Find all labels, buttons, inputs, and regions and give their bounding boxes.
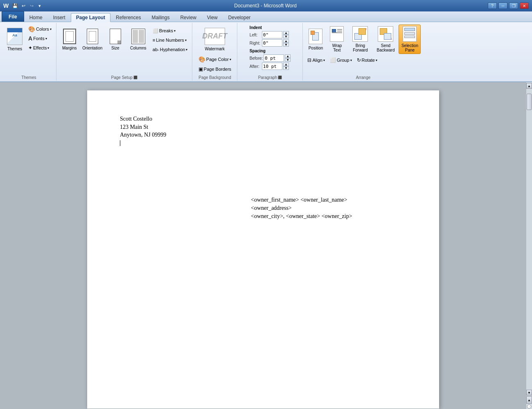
sender-city-state-zip: Anytown, NJ 09999 bbox=[120, 131, 406, 139]
tab-view[interactable]: View bbox=[202, 13, 223, 22]
page-borders-button[interactable]: ▣ Page Borders bbox=[196, 65, 233, 74]
title-bar-left: W 💾 ↩ ↪ ▾ bbox=[3, 2, 43, 9]
fonts-label: Fonts bbox=[33, 36, 45, 41]
close-button[interactable]: ✕ bbox=[520, 2, 529, 9]
effects-label: Effects bbox=[33, 45, 47, 50]
help-button[interactable]: ? bbox=[488, 2, 497, 9]
page-setup-expand-icon[interactable]: ⬛ bbox=[133, 76, 138, 79]
effects-button[interactable]: ✦ Effects ▾ bbox=[26, 43, 54, 52]
ribbon-group-page-setup: Margins Orientation Size Columns bbox=[56, 23, 193, 81]
align-icon: ⊟ bbox=[307, 57, 311, 63]
scroll-thumb[interactable] bbox=[527, 94, 532, 110]
breaks-button[interactable]: ⬜ Breaks ▾ bbox=[151, 26, 190, 35]
restore-button[interactable]: ❐ bbox=[509, 2, 518, 9]
redo-quickaccess[interactable]: ↪ bbox=[28, 2, 35, 9]
themes-icon: Aa bbox=[7, 28, 23, 45]
tab-mailings[interactable]: Mailings bbox=[146, 13, 175, 22]
size-icon bbox=[110, 29, 121, 44]
margins-button[interactable]: Margins bbox=[59, 25, 80, 54]
position-button[interactable]: Position bbox=[305, 25, 326, 54]
rotate-label: Rotate bbox=[362, 58, 375, 63]
align-button[interactable]: ⊟ Align ▾ bbox=[305, 56, 327, 65]
paragraph-expand-icon[interactable]: ⬛ bbox=[278, 76, 282, 79]
sel-pane-row2 bbox=[404, 36, 415, 38]
page-color-button[interactable]: 🎨 Page Color ▾ bbox=[196, 55, 233, 64]
selection-pane-icon bbox=[403, 26, 417, 42]
themes-icon-body: Aa bbox=[7, 32, 22, 45]
group-button[interactable]: ⬜ Group ▾ bbox=[328, 56, 354, 65]
indent-right-down[interactable]: ▼ bbox=[283, 43, 289, 47]
colors-label: Colors bbox=[36, 27, 49, 31]
bring-forward-label: Bring Forward bbox=[349, 43, 371, 52]
wrap-text-label: Wrap Text bbox=[328, 43, 346, 52]
sender-name: Scott Costello bbox=[120, 115, 406, 123]
spacing-before-down[interactable]: ▼ bbox=[285, 58, 291, 62]
page-background-content: DRAFT Watermark 🎨 Page Color ▾ ▣ Page Bo… bbox=[196, 24, 233, 74]
tab-references[interactable]: References bbox=[110, 13, 146, 22]
indent-left-input[interactable]: 0" bbox=[262, 31, 282, 38]
document-page[interactable]: Scott Costello 123 Main St Anytown, NJ 0… bbox=[87, 90, 439, 409]
hyphenation-button[interactable]: ab- Hyphenation ▾ bbox=[151, 45, 190, 54]
prev-page-button[interactable]: ▲ bbox=[526, 396, 532, 404]
arrange-group-label: Arrange bbox=[305, 74, 421, 80]
save-quickaccess[interactable]: 💾 bbox=[12, 2, 18, 9]
tab-file[interactable]: File bbox=[2, 11, 24, 22]
spacing-section: Spacing Before: 0 pt ▲ ▼ After: 10 pt ▲ … bbox=[250, 49, 291, 70]
wrap-line1 bbox=[337, 29, 342, 30]
sb-arrow: ↓ bbox=[390, 37, 392, 40]
sel-pane-title bbox=[404, 28, 415, 31]
fonts-icon: A bbox=[28, 35, 32, 42]
document-content[interactable]: Scott Costello 123 Main St Anytown, NJ 0… bbox=[120, 115, 406, 220]
spacing-after-down[interactable]: ▼ bbox=[283, 66, 289, 70]
scroll-up-button[interactable]: ▲ bbox=[526, 83, 532, 89]
tab-review[interactable]: Review bbox=[175, 13, 201, 22]
line-numbers-button[interactable]: ≡ Line Numbers ▾ bbox=[151, 36, 190, 45]
spacing-before-row: Before: 0 pt ▲ ▼ bbox=[250, 54, 291, 62]
undo-quickaccess[interactable]: ↩ bbox=[20, 2, 27, 9]
indent-right-row: Right: 0" ▲ ▼ bbox=[250, 39, 289, 47]
document-scroll-area[interactable]: Scott Costello 123 Main St Anytown, NJ 0… bbox=[0, 82, 526, 409]
themes-button[interactable]: Aa Themes bbox=[4, 25, 25, 54]
bring-forward-button[interactable]: ↑ Bring Forward bbox=[348, 25, 372, 54]
group-chevron: ▾ bbox=[350, 58, 352, 62]
spacing-after-input[interactable]: 10 pt bbox=[262, 63, 282, 70]
line-numbers-label: Line Numbers bbox=[156, 38, 184, 43]
selection-pane-button[interactable]: Selection Pane bbox=[399, 25, 421, 54]
tab-insert[interactable]: Insert bbox=[48, 13, 71, 22]
page-setup-small-buttons: ⬜ Breaks ▾ ≡ Line Numbers ▾ ab- Hyphenat… bbox=[151, 26, 190, 54]
watermark-button[interactable]: DRAFT Watermark bbox=[196, 25, 233, 54]
colors-button[interactable]: 🎨 Colors ▾ bbox=[26, 25, 54, 34]
effects-icon: ✦ bbox=[28, 45, 32, 51]
columns-button[interactable]: Columns bbox=[128, 25, 149, 54]
ribbon-group-paragraph: Indent Left: 0" ▲ ▼ Right: 0" ▲ ▼ bbox=[237, 23, 303, 81]
margins-inner bbox=[65, 31, 74, 42]
effects-chevron: ▾ bbox=[47, 46, 49, 50]
minimize-button[interactable]: ─ bbox=[498, 2, 507, 9]
spacing-before-up[interactable]: ▲ bbox=[285, 54, 291, 58]
spacing-before-input[interactable]: 0 pt bbox=[264, 54, 284, 62]
breaks-label: Breaks bbox=[159, 28, 173, 33]
size-button[interactable]: Size bbox=[105, 25, 126, 54]
bf-arrow: ↑ bbox=[365, 27, 367, 31]
indent-left-up[interactable]: ▲ bbox=[283, 31, 289, 35]
indent-left-down[interactable]: ▼ bbox=[283, 35, 289, 38]
customize-quickaccess[interactable]: ▾ bbox=[36, 2, 43, 9]
owner-block: <owner_first_name> <owner_last_name> <ow… bbox=[251, 196, 406, 220]
indent-right-input[interactable]: 0" bbox=[262, 39, 282, 47]
tab-developer[interactable]: Developer bbox=[223, 13, 256, 22]
send-backward-button[interactable]: ↓ Send Backward bbox=[373, 25, 398, 54]
scroll-down-button[interactable]: ▼ bbox=[526, 390, 532, 396]
wrap-text-button[interactable]: Wrap Text bbox=[327, 25, 347, 54]
rotate-button[interactable]: ↻ Rotate ▾ bbox=[355, 56, 379, 65]
size-corner bbox=[117, 40, 121, 44]
fonts-button[interactable]: A Fonts ▾ bbox=[26, 34, 54, 43]
orient-page bbox=[89, 31, 96, 42]
spacing-after-up[interactable]: ▲ bbox=[283, 63, 289, 66]
hyphenation-icon: ab- bbox=[153, 47, 159, 52]
size-label: Size bbox=[111, 46, 119, 50]
indent-right-up[interactable]: ▲ bbox=[283, 39, 289, 43]
orientation-button[interactable]: Orientation bbox=[82, 25, 103, 54]
tab-page-layout[interactable]: Page Layout bbox=[71, 13, 110, 22]
tab-home[interactable]: Home bbox=[24, 13, 48, 22]
scroll-track[interactable] bbox=[526, 90, 532, 389]
